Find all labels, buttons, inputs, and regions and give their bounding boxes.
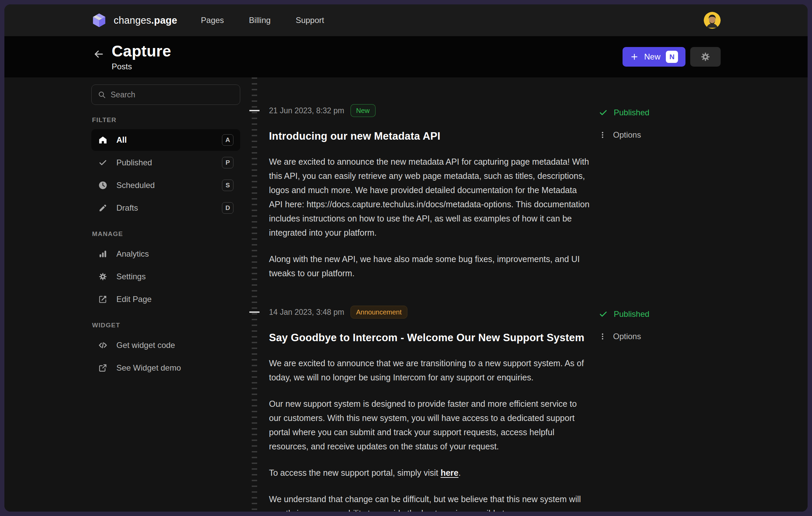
- shortcut-badge: D: [222, 202, 233, 214]
- main-area: FILTER All A Published P: [4, 77, 808, 512]
- gear-icon: [700, 52, 710, 62]
- sidebar-item-drafts[interactable]: Drafts D: [91, 197, 240, 219]
- post-options-label: Options: [613, 130, 641, 140]
- sidebar-item-label: All: [116, 135, 127, 145]
- sidebar-item-label: Settings: [116, 272, 146, 281]
- timeline-tick: [249, 311, 260, 313]
- sidebar-item-label: Drafts: [116, 203, 138, 213]
- shortcut-badge: S: [222, 180, 233, 191]
- brand[interactable]: changes.page: [91, 13, 177, 28]
- bar-chart-icon: [98, 249, 108, 259]
- post-date: 21 Jun 2023, 8:32 pm: [269, 106, 344, 115]
- page-subtitle: Posts: [112, 62, 171, 71]
- sidebar-item-label: Get widget code: [116, 341, 175, 350]
- shortcut-badge: P: [222, 157, 233, 168]
- avatar-image: [704, 12, 721, 29]
- post-status-label: Published: [614, 309, 649, 319]
- nav-link-pages[interactable]: Pages: [201, 16, 224, 25]
- sidebar-item-published[interactable]: Published P: [91, 152, 240, 173]
- post-badge-new: New: [351, 104, 376, 117]
- nav-links: Pages Billing Support: [201, 16, 324, 25]
- post-paragraph: We are excited to announce the new metad…: [269, 155, 590, 240]
- post-title[interactable]: Introducing our new Metadata API: [269, 130, 590, 142]
- post-options-button[interactable]: Options: [599, 332, 721, 341]
- nav-link-billing[interactable]: Billing: [249, 16, 271, 25]
- plus-icon: [630, 52, 639, 61]
- post-paragraph: Our new support system is designed to pr…: [269, 397, 590, 453]
- back-button[interactable]: [91, 47, 106, 62]
- nav-link-support[interactable]: Support: [296, 16, 324, 25]
- paragraph-text: To access the new support portal, simply…: [269, 468, 441, 477]
- search-input[interactable]: [111, 90, 234, 99]
- page-header: Capture Posts New N: [4, 36, 808, 77]
- gear-icon: [98, 272, 108, 281]
- manage-section-label: MANAGE: [92, 230, 240, 238]
- arrow-left-icon: [93, 48, 105, 60]
- post-options-label: Options: [613, 332, 641, 341]
- paragraph-text: .: [458, 468, 461, 477]
- sidebar-item-edit-page[interactable]: Edit Page: [91, 288, 240, 310]
- home-icon: [98, 135, 108, 145]
- post-title[interactable]: Say Goodbye to Intercom - Welcome Our Ne…: [269, 332, 590, 344]
- post-status: Published: [599, 309, 721, 319]
- sidebar: FILTER All A Published P: [91, 77, 240, 512]
- brand-name: changes.page: [114, 15, 177, 26]
- post-item: 21 Jun 2023, 8:32 pm New Introducing our…: [269, 103, 721, 280]
- app-window: changes.page Pages Billing Support: [4, 4, 808, 512]
- timeline-tick: [249, 110, 260, 111]
- sidebar-item-label: See Widget demo: [116, 363, 181, 373]
- cube-logo-icon: [91, 13, 107, 28]
- edit-square-icon: [98, 295, 108, 304]
- sidebar-item-label: Edit Page: [116, 295, 152, 304]
- sidebar-item-see-widget-demo[interactable]: See Widget demo: [91, 357, 240, 379]
- sidebar-item-label: Published: [116, 158, 152, 167]
- filter-section-label: FILTER: [92, 116, 240, 124]
- page-title: Capture: [112, 42, 171, 60]
- here-link[interactable]: here: [441, 468, 458, 477]
- kebab-menu-icon: [599, 333, 606, 340]
- post-badge-announcement: Announcement: [351, 306, 408, 319]
- post-item: 14 Jan 2023, 3:48 pm Announcement Say Go…: [269, 305, 721, 512]
- widget-section-label: WIDGET: [92, 322, 240, 329]
- post-options-button[interactable]: Options: [599, 130, 721, 140]
- external-link-icon: [98, 363, 108, 373]
- sidebar-item-all[interactable]: All A: [91, 129, 240, 151]
- code-icon: [98, 341, 108, 350]
- search-icon: [98, 91, 106, 99]
- page-settings-button[interactable]: [690, 47, 721, 67]
- kebab-menu-icon: [599, 131, 606, 139]
- new-shortcut-badge: N: [666, 51, 678, 63]
- new-post-button[interactable]: New N: [623, 47, 685, 67]
- top-nav: changes.page Pages Billing Support: [4, 4, 808, 36]
- search-box[interactable]: [91, 85, 240, 105]
- post-status: Published: [599, 108, 721, 117]
- new-button-label: New: [644, 52, 660, 62]
- timeline-rail: [252, 77, 257, 512]
- clock-icon: [98, 181, 108, 190]
- check-icon: [599, 108, 608, 117]
- sidebar-item-label: Scheduled: [116, 181, 155, 190]
- post-paragraph: We are excited to announce that we are t…: [269, 356, 590, 384]
- post-paragraph: We understand that change can be difficu…: [269, 492, 590, 512]
- user-avatar[interactable]: [704, 12, 721, 29]
- sidebar-item-label: Analytics: [116, 249, 149, 259]
- sidebar-item-settings[interactable]: Settings: [91, 266, 240, 287]
- sidebar-item-scheduled[interactable]: Scheduled S: [91, 174, 240, 196]
- post-paragraph: Along with the new API, we have also mad…: [269, 252, 590, 280]
- sidebar-item-analytics[interactable]: Analytics: [91, 243, 240, 265]
- post-date: 14 Jan 2023, 3:48 pm: [269, 308, 344, 317]
- posts-list: 21 Jun 2023, 8:32 pm New Introducing our…: [269, 77, 721, 512]
- post-status-label: Published: [614, 108, 649, 117]
- check-icon: [98, 158, 108, 167]
- sidebar-item-get-widget-code[interactable]: Get widget code: [91, 334, 240, 356]
- post-paragraph: To access the new support portal, simply…: [269, 466, 590, 480]
- pencil-icon: [98, 203, 108, 213]
- shortcut-badge: A: [222, 134, 233, 146]
- check-icon: [599, 310, 608, 319]
